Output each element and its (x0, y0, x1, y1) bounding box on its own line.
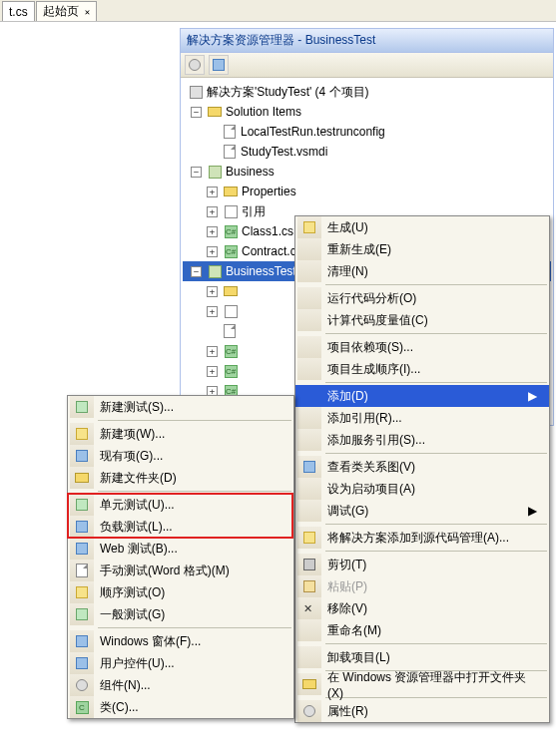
collapse-icon[interactable]: − (191, 266, 202, 277)
menu-label: Windows 窗体(F)... (100, 633, 201, 650)
submenu-load-test[interactable]: 负载测试(L)... (68, 516, 293, 538)
submenu-arrow-icon: ▶ (528, 389, 537, 403)
cs-file-icon: C# (223, 243, 239, 259)
menu-add-service-ref[interactable]: 添加服务引用(S)... (295, 429, 549, 451)
properties-icon (297, 700, 321, 722)
toolbar-refresh-button[interactable] (209, 55, 229, 75)
menu-label: 单元测试(U)... (100, 497, 175, 514)
menu-project-deps[interactable]: 项目依赖项(S)... (295, 336, 549, 358)
submenu-windows-form[interactable]: Windows 窗体(F)... (68, 630, 293, 652)
collapse-icon[interactable]: − (191, 167, 202, 178)
web-test-icon (70, 538, 94, 560)
menu-unload[interactable]: 卸载项目(L) (295, 646, 549, 668)
submenu-new-test[interactable]: 新建测试(S)... (68, 396, 293, 418)
component-icon (70, 674, 94, 696)
collapse-icon[interactable]: − (191, 107, 202, 118)
menu-rename[interactable]: 重命名(M) (295, 619, 549, 641)
menu-set-startup[interactable]: 设为启动项目(A) (295, 478, 549, 500)
add-submenu: 新建测试(S)... 新建项(W)... 现有项(G)... 新建文件夹(D) … (67, 395, 294, 719)
folder-icon (223, 184, 239, 199)
menu-properties[interactable]: 属性(R) (295, 700, 549, 722)
menu-separator (325, 643, 547, 644)
tree-solution-root[interactable]: 解决方案'StudyTest' (4 个项目) (183, 82, 551, 102)
menu-label: 新建项(W)... (100, 426, 165, 443)
menu-label: 负载测试(L)... (100, 519, 173, 536)
menu-code-analysis[interactable]: 运行代码分析(O) (295, 287, 549, 309)
tree-solution-items[interactable]: −Solution Items (183, 102, 551, 122)
close-icon[interactable]: ✕ (85, 7, 90, 17)
menu-separator (325, 333, 547, 334)
menu-paste: 粘贴(P) (295, 575, 549, 597)
menu-cut[interactable]: 剪切(T) (295, 554, 549, 575)
menu-add-scc[interactable]: 将解决方案添加到源代码管理(A)... (295, 527, 549, 549)
menu-debug[interactable]: 调试(G)▶ (295, 500, 549, 522)
tree-properties[interactable]: +Properties (183, 182, 551, 201)
menu-add-reference[interactable]: 添加引用(R)... (295, 407, 549, 429)
tree-label: Solution Items (226, 105, 301, 119)
tab-file-cs[interactable]: t.cs (2, 1, 35, 21)
menu-label: 清理(N) (327, 263, 368, 280)
menu-clean[interactable]: 清理(N) (295, 260, 549, 282)
class-icon: C (70, 696, 94, 718)
expand-icon[interactable]: + (207, 206, 218, 217)
menu-label: 添加服务引用(S)... (327, 432, 425, 449)
new-item-icon (70, 423, 94, 445)
folder-icon (223, 283, 239, 299)
tree-label: BusinessTest (226, 264, 296, 278)
expand-icon[interactable]: + (207, 246, 218, 257)
menu-open-explorer[interactable]: 在 Windows 资源管理器中打开文件夹(X) (295, 673, 549, 695)
menu-label: 顺序测试(O) (100, 584, 165, 601)
expand-icon[interactable]: + (207, 306, 218, 317)
tab-start-page[interactable]: 起始页✕ (36, 1, 97, 21)
expand-icon[interactable]: + (207, 286, 218, 297)
menu-label: 添加引用(R)... (327, 410, 402, 427)
tree-studytest[interactable]: StudyTest.vsmdi (183, 142, 551, 162)
tree-label: Contract.cs (242, 244, 302, 258)
submenu-manual-test[interactable]: 手动测试(Word 格式)(M) (68, 560, 293, 581)
menu-label: 类(C)... (100, 699, 139, 716)
submenu-generic-test[interactable]: 一般测试(G) (68, 603, 293, 625)
menu-separator (98, 420, 291, 421)
tree-label: 解决方案'StudyTest' (4 个项目) (207, 84, 369, 101)
menu-label: 卸载项目(L) (327, 649, 390, 666)
folder-icon (297, 673, 321, 695)
submenu-new-folder[interactable]: 新建文件夹(D) (68, 467, 293, 489)
file-icon (222, 323, 238, 339)
menu-label: 计算代码度量值(C) (327, 312, 428, 329)
submenu-web-test[interactable]: Web 测试(B)... (68, 538, 293, 560)
menu-build-order[interactable]: 项目生成顺序(I)... (295, 358, 549, 380)
tree-business-project[interactable]: −Business (183, 162, 551, 182)
menu-calc-metrics[interactable]: 计算代码度量值(C) (295, 309, 549, 331)
submenu-existing-item[interactable]: 现有项(G)... (68, 445, 293, 467)
expand-icon[interactable]: + (207, 366, 218, 377)
menu-build[interactable]: 生成(U) (295, 216, 549, 238)
tree-label: StudyTest.vsmdi (241, 145, 327, 159)
submenu-component[interactable]: 组件(N)... (68, 674, 293, 696)
menu-add[interactable]: 添加(D)▶ (295, 385, 549, 407)
expand-icon[interactable]: + (207, 187, 218, 197)
submenu-user-control[interactable]: 用户控件(U)... (68, 652, 293, 674)
menu-rebuild[interactable]: 重新生成(E) (295, 238, 549, 260)
submenu-unit-test[interactable]: 单元测试(U)... (68, 494, 293, 516)
unit-test-icon (70, 494, 94, 516)
panel-title: 解决方案资源管理器 - BusinessTest (181, 29, 553, 53)
manual-test-icon (70, 560, 94, 581)
toolbar-properties-button[interactable] (185, 55, 205, 75)
menu-separator (325, 284, 547, 285)
cs-file-icon: C# (223, 343, 239, 359)
menu-label: 属性(R) (327, 703, 368, 720)
menu-class-diagram[interactable]: 查看类关系图(V) (295, 456, 549, 478)
delete-icon: ✕ (297, 597, 321, 619)
submenu-ordered-test[interactable]: 顺序测试(O) (68, 581, 293, 603)
menu-label: 设为启动项目(A) (327, 481, 415, 498)
menu-remove[interactable]: ✕移除(V) (295, 597, 549, 619)
menu-label: 用户控件(U)... (100, 655, 175, 672)
submenu-class[interactable]: C类(C)... (68, 696, 293, 718)
test-icon (70, 396, 94, 418)
tree-localtest[interactable]: LocalTestRun.testrunconfig (183, 122, 551, 142)
submenu-new-item[interactable]: 新建项(W)... (68, 423, 293, 445)
project-context-menu: 生成(U) 重新生成(E) 清理(N) 运行代码分析(O) 计算代码度量值(C)… (294, 215, 550, 723)
scc-icon (297, 527, 321, 549)
expand-icon[interactable]: + (207, 226, 218, 237)
expand-icon[interactable]: + (207, 346, 218, 357)
